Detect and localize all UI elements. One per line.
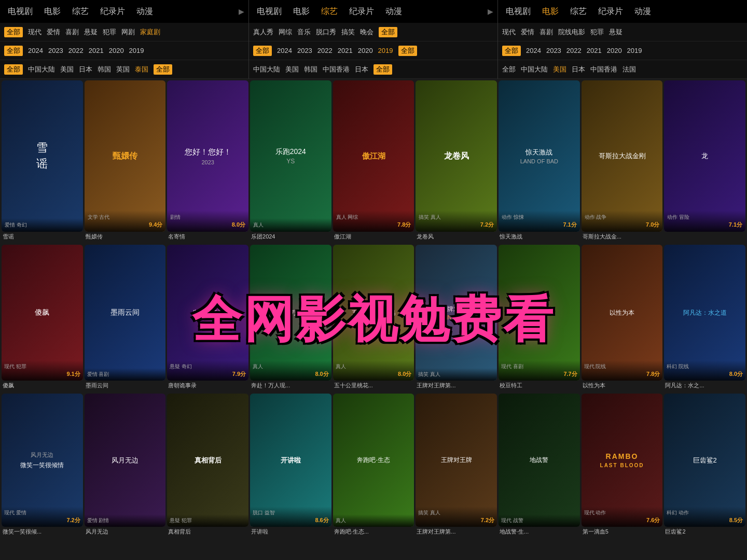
filter-2022-s2[interactable]: 2022 xyxy=(317,47,333,54)
filter-2021-s3[interactable]: 2021 xyxy=(587,47,602,54)
card-3-3[interactable]: 真相背后 悬疑 犯罪 xyxy=(167,394,248,527)
filter-theater-s3[interactable]: 院线电影 xyxy=(558,27,585,37)
nav-item-tvshow-1[interactable]: 电视剧 xyxy=(8,6,33,17)
filter-japan-s3[interactable]: 日本 xyxy=(572,65,585,74)
filter-usa-s2[interactable]: 美国 xyxy=(285,65,299,74)
filter-all-year-s2[interactable]: 全部 xyxy=(253,46,272,56)
filter-suspense-s1[interactable]: 悬疑 xyxy=(84,27,98,37)
filter-romance-s1[interactable]: 爱情 xyxy=(47,27,60,37)
filter-all-region-s2[interactable]: 全部 xyxy=(374,64,392,75)
filter-funny-s2[interactable]: 搞笑 xyxy=(341,27,355,37)
card-2-2[interactable]: 墨雨云间 爱情 喜剧 xyxy=(85,245,166,381)
filter-2024-s1[interactable]: 2024 xyxy=(28,47,43,54)
filter-hk-s2[interactable]: 中国香港 xyxy=(323,65,350,74)
filter-china-s3[interactable]: 中国大陆 xyxy=(521,65,548,74)
card-2-8[interactable]: 以性为本 现代 院线 7.8分 xyxy=(582,245,663,381)
filter-uk-s1[interactable]: 英国 xyxy=(116,65,130,74)
card-1-8[interactable]: 哥斯拉大战金刚 动作 战争 7.0分 xyxy=(582,80,663,232)
filter-usa-s3[interactable]: 美国 xyxy=(553,65,566,74)
card-3-5[interactable]: 奔跑吧·生态 真人 xyxy=(333,394,414,527)
filter-japan-s2[interactable]: 日本 xyxy=(355,65,368,74)
filter-reality-s2[interactable]: 真人秀 xyxy=(253,27,273,37)
filter-2022-s1[interactable]: 2022 xyxy=(68,47,84,54)
filter-netvar-s2[interactable]: 网综 xyxy=(279,27,292,37)
filter-2019-s3[interactable]: 2019 xyxy=(627,47,642,54)
nav-item-doc-1[interactable]: 纪录片 xyxy=(100,6,125,17)
card-2-6[interactable]: 王牌对王牌JOHNNY ENGLISH 搞笑 真人 xyxy=(416,245,497,381)
filter-2024-s3[interactable]: 2024 xyxy=(526,47,541,54)
card-2-9[interactable]: 阿凡达：水之道 科幻 院线 8.0分 xyxy=(664,245,745,381)
filter-comedy-s1[interactable]: 喜剧 xyxy=(65,27,79,37)
card-2-7[interactable]: 校豆特工 现代 喜剧 7.7分 xyxy=(499,245,580,381)
nav-item-anime-1[interactable]: 动漫 xyxy=(136,6,153,17)
card-1-5[interactable]: 傲江湖 真人 网综 7.8分 xyxy=(333,80,414,232)
filter-suspense-s3[interactable]: 悬疑 xyxy=(609,27,622,37)
filter-2020-s2[interactable]: 2020 xyxy=(358,47,373,54)
filter-hk-s3[interactable]: 中国香港 xyxy=(590,65,617,74)
nav-item-movie-3[interactable]: 电影 xyxy=(542,6,559,17)
filter-all-region-s1[interactable]: 全部 xyxy=(4,64,23,75)
nav-item-movie-1[interactable]: 电影 xyxy=(44,6,61,17)
card-3-8[interactable]: RAMBOLAST BLOOD 现代 动作 7.6分 xyxy=(582,394,663,527)
filter-2021-s1[interactable]: 2021 xyxy=(89,47,104,54)
filter-crime-s1[interactable]: 犯罪 xyxy=(103,27,116,37)
filter-usa-s1[interactable]: 美国 xyxy=(60,65,74,74)
filter-modern-s3[interactable]: 现代 xyxy=(502,27,516,37)
filter-2020-s3[interactable]: 2020 xyxy=(607,47,622,54)
filter-2023-s1[interactable]: 2023 xyxy=(48,47,63,54)
filter-2024-s2[interactable]: 2024 xyxy=(277,47,292,54)
filter-china-s2[interactable]: 中国大陆 xyxy=(253,65,280,74)
card-3-4[interactable]: 开讲啦 脱口 益智 8.6分 xyxy=(250,394,331,527)
card-1-1[interactable]: 雪谣 爱情 奇幻 xyxy=(2,80,83,232)
filter-gala-s2[interactable]: 晚会 xyxy=(360,27,374,37)
card-1-4[interactable]: 乐跑2024YS 真人 xyxy=(250,80,331,232)
nav-item-tvshow-3[interactable]: 电视剧 xyxy=(506,6,531,17)
filter-web-s1[interactable]: 网剧 xyxy=(121,27,135,37)
filter-family-s1[interactable]: 家庭剧 xyxy=(140,27,160,37)
filter-2019-s1[interactable]: 2019 xyxy=(129,47,144,54)
card-1-7[interactable]: 惊天激战LAND OF BAD 动作 惊悚 7.1分 xyxy=(499,80,580,232)
card-3-1[interactable]: 风月无边 微笑一笑很倾情 现代 爱情 7.2分 xyxy=(2,394,83,527)
card-3-9[interactable]: 巨齿鲨2 科幻 动作 8.5分 xyxy=(664,394,745,527)
filter-france-s3[interactable]: 法国 xyxy=(622,65,636,74)
filter-all2-year-s2[interactable]: 全部 xyxy=(398,46,417,56)
card-3-2[interactable]: 风月无边 爱情 剧情 xyxy=(85,394,166,527)
filter-2021-s2[interactable]: 2021 xyxy=(338,47,353,54)
filter-comedy-s3[interactable]: 喜剧 xyxy=(540,27,553,37)
card-1-2[interactable]: 甄嬛传 文学 古代 9.4分 xyxy=(85,80,166,232)
filter-all-s1[interactable]: 全部 xyxy=(4,27,23,37)
filter-all2-s2[interactable]: 全部 xyxy=(379,27,397,37)
card-3-6[interactable]: 王牌对王牌 搞笑 真人 7.2分 xyxy=(416,394,497,527)
filter-all-year-s3[interactable]: 全部 xyxy=(502,46,521,56)
filter-all-region-s3[interactable]: 全部 xyxy=(502,65,516,74)
nav-item-variety-3[interactable]: 综艺 xyxy=(570,6,587,17)
nav-item-doc-3[interactable]: 纪录片 xyxy=(598,6,623,17)
nav-item-tvshow-2[interactable]: 电视剧 xyxy=(257,6,282,17)
nav-item-anime-2[interactable]: 动漫 xyxy=(385,6,402,17)
filter-2023-s2[interactable]: 2023 xyxy=(297,47,312,54)
filter-2022-s3[interactable]: 2022 xyxy=(566,47,582,54)
filter-thailand-s1[interactable]: 泰国 xyxy=(135,65,148,74)
filter-all-year-s1[interactable]: 全部 xyxy=(4,46,23,56)
filter-2023-s3[interactable]: 2023 xyxy=(546,47,561,54)
filter-2019-s2[interactable]: 2019 xyxy=(378,47,393,54)
nav-item-movie-2[interactable]: 电影 xyxy=(293,6,310,17)
card-1-9[interactable]: 龙 动作 冒险 7.1分 xyxy=(664,80,745,232)
card-3-7[interactable]: 地战警 现代 战警 xyxy=(499,394,580,527)
filter-crime-s3[interactable]: 犯罪 xyxy=(590,27,604,37)
filter-korea-s2[interactable]: 韩国 xyxy=(304,65,317,74)
card-1-6[interactable]: 龙卷风 搞笑 真人 7.2分 xyxy=(416,80,497,232)
filter-korea-s1[interactable]: 韩国 xyxy=(98,65,111,74)
filter-japan-s1[interactable]: 日本 xyxy=(79,65,92,74)
card-2-4[interactable]: 奔赴万人 真人 8.0分 xyxy=(250,245,331,381)
nav-item-doc-2[interactable]: 纪录片 xyxy=(349,6,374,17)
card-2-3[interactable]: 唐朝诡事录 悬疑 奇幻 7.9分 xyxy=(167,245,248,381)
nav-item-anime-3[interactable]: 动漫 xyxy=(634,6,651,17)
filter-music-s2[interactable]: 音乐 xyxy=(297,27,311,37)
filter-romance-s3[interactable]: 爱情 xyxy=(521,27,534,37)
filter-2020-s1[interactable]: 2020 xyxy=(109,47,124,54)
card-2-1[interactable]: 傻飙 现代 犯罪 9.1分 xyxy=(2,245,83,381)
card-2-5[interactable]: 五十公里桃花坞 真人 8.0分 xyxy=(333,245,414,381)
card-1-3[interactable]: 您好！您好！ 2023 剧情 8.0分 xyxy=(167,80,248,232)
nav-item-variety-2[interactable]: 综艺 xyxy=(321,6,338,17)
